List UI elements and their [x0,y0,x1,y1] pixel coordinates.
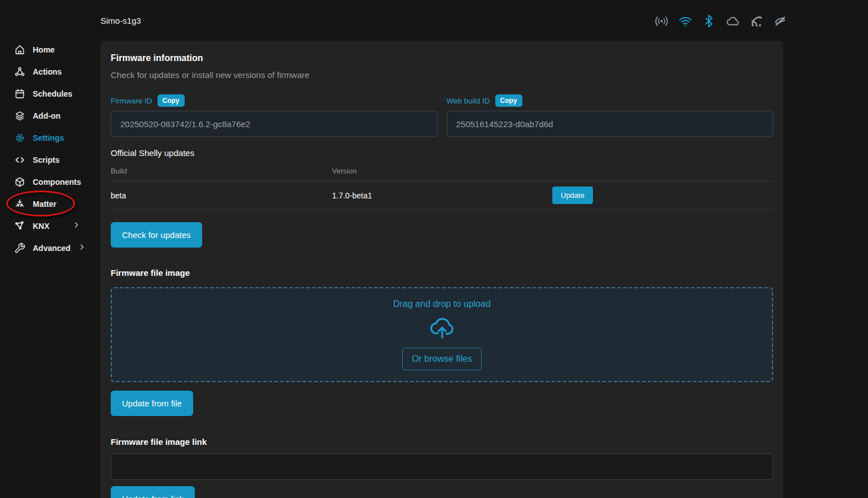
firmware-id-copy-button[interactable]: Copy [158,94,185,107]
package-icon [14,176,25,188]
dropzone-text: Drag and drop to upload [393,299,491,309]
firmware-link-input[interactable] [111,453,773,480]
sidebar-item-scripts[interactable]: Scripts [0,149,101,171]
sidebar-item-label: Actions [33,67,62,76]
web-build-id-input[interactable] [447,111,774,137]
web-build-id-field-group: Web build ID Copy [447,94,774,137]
chevron-right-icon [78,243,86,253]
build-cell: beta [111,191,332,200]
firmware-panel: Firmware information Check for updates o… [101,41,783,498]
update-from-link-button[interactable]: Update from link [111,486,195,498]
firmware-id-field-group: Firmware ID Copy [111,94,438,137]
mqtt-icon [749,14,764,28]
sidebar: Home Actions Schedules Add-on Settings S… [0,38,101,259]
wifi-icon [678,14,692,28]
cloud-icon [725,14,740,28]
sidebar-item-home[interactable]: Home [0,38,101,60]
bluetooth-icon [701,14,716,28]
sidebar-item-label: KNX [33,222,50,231]
version-cell: 1.7.0-beta1 [332,191,552,200]
sidebar-item-settings[interactable]: Settings [0,127,101,149]
firmware-id-input[interactable] [111,111,438,137]
cloud-upload-icon [428,314,456,343]
sidebar-item-label: Scripts [33,155,59,164]
official-updates-title: Official Shelly updates [111,148,773,158]
sidebar-item-label: Matter [33,200,56,209]
firmware-file-dropzone[interactable]: Drag and drop to upload Or browse files [111,287,773,382]
sidebar-item-label: Home [33,45,55,54]
chevron-right-icon [72,221,80,231]
code-icon [14,154,25,166]
sidebar-item-label: Advanced [33,244,71,253]
column-header-version: Version [332,167,552,175]
updates-table-header: Build Version [111,158,773,181]
device-name-title: Simo-s1g3 [101,16,141,25]
web-build-id-copy-button[interactable]: Copy [495,94,522,107]
sidebar-item-label: Components [33,177,81,187]
home-icon [14,44,25,55]
firmware-id-label: Firmware ID [111,97,152,105]
firmware-file-link-title: Firmware file image link [111,437,773,447]
page-title: Firmware information [111,53,773,63]
browse-files-button[interactable]: Or browse files [402,348,482,370]
firmware-file-image-title: Firmware file image [111,268,773,278]
sidebar-item-components[interactable]: Components [0,171,101,193]
row-update-button[interactable]: Update [552,187,593,204]
column-header-build: Build [111,167,332,175]
sidebar-item-actions[interactable]: Actions [0,60,101,83]
sidebar-item-label: Add-on [33,111,60,120]
sidebar-item-knx[interactable]: KNX [0,215,101,237]
sidebar-item-label: Settings [33,133,64,142]
page-subtitle: Check for updates or install new version… [111,70,773,80]
actions-icon [14,66,25,77]
calendar-icon [14,88,25,99]
access-point-icon [654,14,669,28]
knx-nodes-icon [14,220,25,232]
gear-icon [14,132,25,144]
sidebar-item-label: Schedules [33,89,72,98]
status-icon-bar [654,14,787,28]
sidebar-item-advanced[interactable]: Advanced [0,237,101,259]
web-build-id-label: Web build ID [447,97,490,105]
outbound-websocket-disabled-icon [773,14,787,28]
sidebar-item-add-on[interactable]: Add-on [0,105,101,127]
matter-icon [14,198,25,210]
wrench-icon [14,242,25,254]
update-from-file-button[interactable]: Update from file [111,391,193,416]
sidebar-item-matter[interactable]: Matter [0,193,101,215]
update-table-row: beta 1.7.0-beta1 Update [111,181,773,210]
layers-icon [14,110,25,122]
check-for-updates-button[interactable]: Check for updates [111,222,202,248]
sidebar-item-schedules[interactable]: Schedules [0,83,101,105]
